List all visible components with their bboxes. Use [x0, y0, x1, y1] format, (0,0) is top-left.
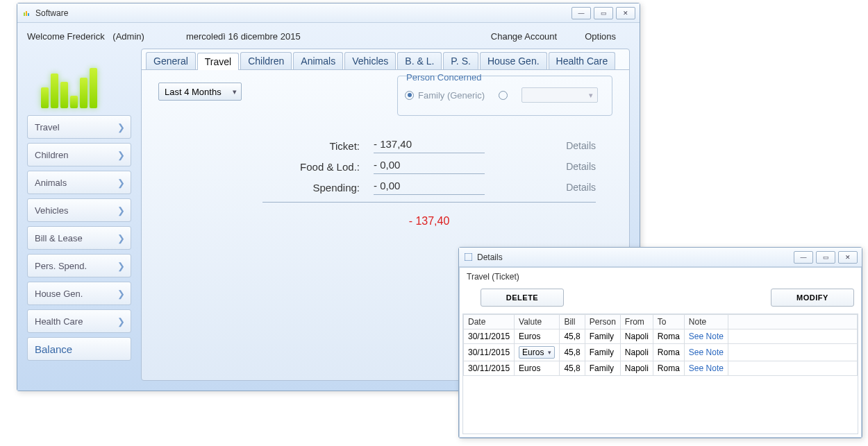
- top-bar: Welcome Frederick (Admin) mercoledì 16 d…: [27, 30, 630, 49]
- sidebar-item-travel[interactable]: Travel❯: [27, 115, 131, 139]
- chevron-right-icon: ❯: [117, 289, 125, 299]
- sidebar-item-label: Health Care: [35, 316, 83, 327]
- tab-bill-lease[interactable]: B. & L.: [397, 52, 442, 69]
- modify-button[interactable]: MODIFY: [771, 289, 854, 307]
- tab-label: Animals: [301, 55, 335, 67]
- cell-valute[interactable]: Euros: [515, 329, 560, 344]
- cell-person[interactable]: Family: [585, 361, 620, 376]
- cell-valute[interactable]: Euros: [515, 344, 560, 361]
- window-title: Software: [35, 8, 68, 18]
- table-row[interactable]: 30/11/2015Euros45,8FamilyNapoliRomaSee N…: [464, 329, 858, 344]
- details-actions: DELETE MODIFY: [460, 286, 861, 314]
- tab-vehicles[interactable]: Vehicles: [344, 52, 396, 69]
- cell-bill[interactable]: 45,8: [560, 344, 585, 361]
- cell-date[interactable]: 30/11/2015: [464, 361, 515, 376]
- tab-bar: General Travel Children Animals Vehicles…: [142, 49, 629, 70]
- valute-dropdown[interactable]: Euros: [519, 346, 555, 359]
- cell-note[interactable]: See Note: [684, 361, 728, 376]
- cell-to[interactable]: Roma: [653, 344, 684, 361]
- cell-from[interactable]: Napoli: [620, 361, 653, 376]
- tab-health-care[interactable]: Health Care: [549, 52, 616, 69]
- radio-family[interactable]: Family (Generic): [405, 90, 485, 101]
- cell-valute[interactable]: Euros: [515, 361, 560, 376]
- col-valute[interactable]: Valute: [515, 315, 560, 329]
- see-note-link[interactable]: See Note: [689, 332, 724, 341]
- change-account-link[interactable]: Change Account: [491, 31, 557, 42]
- details-link[interactable]: Details: [566, 140, 596, 151]
- cell-to[interactable]: Roma: [653, 361, 684, 376]
- col-bill[interactable]: Bill: [560, 315, 585, 329]
- cell-to[interactable]: Roma: [653, 329, 684, 344]
- sidebar-item-animals[interactable]: Animals❯: [27, 171, 131, 194]
- value-row-spending: Spending: - 0,00 Details: [262, 177, 596, 198]
- sidebar-item-house-gen[interactable]: House Gen.❯: [27, 282, 131, 305]
- sidebar-item-balance[interactable]: Balance: [27, 337, 131, 361]
- sidebar-item-health-care[interactable]: Health Care❯: [27, 309, 131, 333]
- row-amount: - 0,00: [374, 159, 485, 174]
- row-label: Ticket:: [262, 140, 360, 152]
- col-person[interactable]: Person: [585, 315, 620, 329]
- details-link[interactable]: Details: [566, 161, 596, 172]
- col-date[interactable]: Date: [464, 315, 515, 329]
- sidebar-item-label: Travel: [35, 122, 60, 132]
- tab-label: Health Care: [556, 55, 608, 67]
- person-concerned-box: Person Concerned Family (Generic) ▾: [397, 76, 612, 116]
- tab-travel[interactable]: Travel: [197, 53, 239, 70]
- period-select[interactable]: Last 4 Months: [158, 83, 242, 101]
- cell-person[interactable]: Family: [585, 329, 620, 344]
- main-titlebar: Software — ▭ ✕: [17, 3, 640, 23]
- col-to[interactable]: To: [653, 315, 684, 329]
- cell-note[interactable]: See Note: [684, 329, 728, 344]
- details-body: Travel (Ticket) DELETE MODIFY Date Valut…: [459, 267, 862, 438]
- period-value: Last 4 Months: [165, 87, 222, 97]
- sidebar-item-vehicles[interactable]: Vehicles❯: [27, 198, 131, 222]
- see-note-link[interactable]: See Note: [689, 348, 724, 357]
- see-note-link[interactable]: See Note: [689, 363, 724, 373]
- sidebar-item-bill-lease[interactable]: Bill & Lease❯: [27, 226, 131, 250]
- cell-bill[interactable]: 45,8: [560, 329, 585, 344]
- radio-other[interactable]: [499, 91, 508, 100]
- sidebar-item-label: House Gen.: [35, 289, 83, 299]
- minimize-button[interactable]: —: [571, 7, 591, 19]
- table-row[interactable]: 30/11/2015Euros45,8FamilyNapoliRomaSee N…: [464, 344, 858, 361]
- details-grid[interactable]: Date Valute Bill Person From To Note 30/…: [462, 314, 858, 434]
- cell-date[interactable]: 30/11/2015: [464, 329, 515, 344]
- details-window: Details — ▭ ✕ Travel (Ticket) DELETE MOD…: [458, 247, 862, 438]
- sidebar-item-children[interactable]: Children❯: [27, 143, 131, 166]
- person-legend: Person Concerned: [405, 72, 483, 83]
- col-note[interactable]: Note: [684, 315, 728, 329]
- col-from[interactable]: From: [620, 315, 653, 329]
- close-button[interactable]: ✕: [616, 7, 635, 19]
- tab-pers-spend[interactable]: P. S.: [443, 52, 478, 69]
- tab-house-gen[interactable]: House Gen.: [480, 52, 547, 69]
- cell-bill[interactable]: 45,8: [560, 361, 585, 376]
- chevron-right-icon: ❯: [117, 178, 125, 188]
- cell-note[interactable]: See Note: [684, 344, 728, 361]
- sidebar-item-pers-spend[interactable]: Pers. Spend.❯: [27, 254, 131, 277]
- welcome-text: Welcome Frederick: [27, 31, 105, 42]
- tab-children[interactable]: Children: [240, 52, 292, 69]
- options-link[interactable]: Options: [585, 31, 616, 42]
- chevron-right-icon: ❯: [117, 316, 125, 327]
- chevron-right-icon: ❯: [117, 150, 125, 160]
- tab-animals[interactable]: Animals: [293, 52, 343, 69]
- tab-label: Travel: [205, 56, 231, 67]
- delete-button[interactable]: DELETE: [481, 289, 564, 307]
- maximize-button[interactable]: ▭: [816, 251, 835, 264]
- table-row[interactable]: 30/11/2015Euros45,8FamilyNapoliRomaSee N…: [464, 361, 858, 376]
- cell-from[interactable]: Napoli: [620, 344, 653, 361]
- app-icon: [22, 8, 31, 18]
- person-dropdown[interactable]: ▾: [521, 87, 598, 103]
- sidebar-item-label: Children: [35, 150, 68, 160]
- details-link[interactable]: Details: [566, 182, 596, 193]
- close-button[interactable]: ✕: [838, 251, 858, 264]
- tab-general[interactable]: General: [146, 52, 196, 69]
- tab-label: P. S.: [451, 55, 471, 67]
- cell-person[interactable]: Family: [585, 344, 620, 361]
- cell-from[interactable]: Napoli: [620, 329, 653, 344]
- minimize-button[interactable]: —: [794, 251, 813, 264]
- radio-icon: [499, 91, 508, 100]
- maximize-button[interactable]: ▭: [594, 7, 613, 19]
- tab-label: Vehicles: [352, 55, 388, 67]
- cell-date[interactable]: 30/11/2015: [464, 344, 515, 361]
